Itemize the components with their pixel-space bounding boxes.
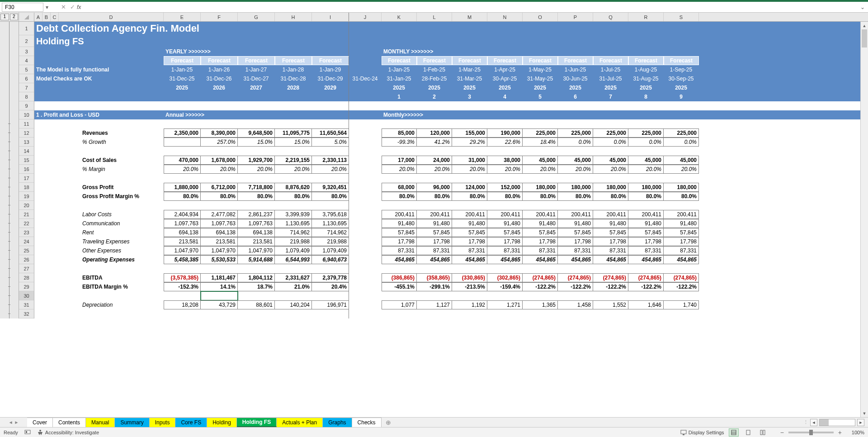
column-header-R[interactable]: R xyxy=(628,13,664,21)
column-header-P[interactable]: P xyxy=(558,13,593,21)
row-header-7[interactable]: 7 xyxy=(19,83,34,92)
row-header-4[interactable]: 4 xyxy=(19,56,34,65)
row-header-20[interactable]: 20 xyxy=(19,201,34,210)
row-header-26[interactable]: 26 xyxy=(19,255,34,264)
new-sheet-button[interactable]: ⊕ xyxy=(382,418,395,427)
sheet-tab-graphs[interactable]: Graphs xyxy=(323,418,352,427)
row-header-17[interactable]: 17 xyxy=(19,174,34,183)
formula-bar-expand-icon[interactable]: ⌄ xyxy=(859,4,866,10)
row-header-19[interactable]: 19 xyxy=(19,192,34,201)
row-header-13[interactable]: 13 xyxy=(19,138,34,147)
vertical-scrollbar[interactable]: ▲ ▼ xyxy=(860,22,868,417)
fx-icon[interactable]: fx xyxy=(77,4,87,10)
column-header-K[interactable]: K xyxy=(382,13,417,21)
zoom-in-button[interactable]: + xyxy=(838,429,842,436)
column-header-G[interactable]: G xyxy=(238,13,275,21)
row-header-30[interactable]: 30 xyxy=(19,291,34,300)
zoom-slider-thumb[interactable] xyxy=(809,430,813,435)
column-header-C[interactable]: C xyxy=(51,13,59,21)
row-header-18[interactable]: 18 xyxy=(19,183,34,192)
row-header-12[interactable]: 12 xyxy=(19,128,34,138)
zoom-out-button[interactable]: − xyxy=(780,429,784,436)
zoom-level[interactable]: 100% xyxy=(846,430,864,435)
column-header-F[interactable]: F xyxy=(201,13,238,21)
column-header-O[interactable]: O xyxy=(523,13,558,21)
sheet-tab-summary[interactable]: Summary xyxy=(115,418,149,427)
sheet-tab-core-fs[interactable]: Core FS xyxy=(175,418,207,427)
view-page-break-icon[interactable] xyxy=(758,428,768,437)
column-header-H[interactable]: H xyxy=(275,13,312,21)
hscroll-right-icon[interactable]: ► xyxy=(857,419,864,426)
sheet-tab-manual[interactable]: Manual xyxy=(86,418,115,427)
cells-area[interactable]: Debt Collection Agency Fin. ModelHolding… xyxy=(34,22,868,318)
sheet-tab-inputs[interactable]: Inputs xyxy=(150,418,176,427)
row-header-1[interactable]: 1 xyxy=(19,22,34,35)
row-header-5[interactable]: 5 xyxy=(19,65,34,74)
row-header-14[interactable]: 14 xyxy=(19,147,34,156)
row-header-21[interactable]: 21 xyxy=(19,210,34,219)
row-header-2[interactable]: 2 xyxy=(19,35,34,47)
select-all-corner[interactable] xyxy=(19,13,34,21)
yearly-year: 2028 xyxy=(275,83,312,92)
outline-level-1[interactable]: 1 xyxy=(0,14,9,20)
vertical-scroll-thumb[interactable] xyxy=(862,29,867,48)
outline-level-2[interactable]: 2 xyxy=(10,14,19,20)
row-header-11[interactable]: 11 xyxy=(19,119,34,128)
accessibility-status[interactable]: Accessibility: Investigate xyxy=(37,429,99,436)
scroll-down-icon[interactable]: ▼ xyxy=(861,409,868,417)
row-header-24[interactable]: 24 xyxy=(19,237,34,246)
data-cell: 87,331 xyxy=(417,246,452,255)
data-cell: 57,845 xyxy=(628,228,664,237)
row-header-16[interactable]: 16 xyxy=(19,165,34,174)
hscroll-track[interactable] xyxy=(819,419,855,426)
selected-cell[interactable] xyxy=(201,291,238,300)
name-box[interactable]: F30 xyxy=(2,3,43,12)
row-header-22[interactable]: 22 xyxy=(19,219,34,228)
column-header-L[interactable]: L xyxy=(417,13,452,21)
column-header-E[interactable]: E xyxy=(164,13,201,21)
cancel-formula-icon[interactable]: ✕ xyxy=(59,4,68,10)
sheet-tab-holding[interactable]: Holding xyxy=(207,418,237,427)
column-header-M[interactable]: M xyxy=(452,13,487,21)
tab-split-icon[interactable]: ⋮ xyxy=(803,419,808,425)
column-header-J[interactable]: J xyxy=(349,13,382,21)
sheet-tab-cover[interactable]: Cover xyxy=(27,418,53,427)
column-header-N[interactable]: N xyxy=(487,13,523,21)
macro-record-icon[interactable] xyxy=(24,429,31,436)
sheet-tab-holding-fs[interactable]: Holding FS xyxy=(237,418,277,427)
row-header-32[interactable]: 32 xyxy=(19,309,34,318)
column-header-I[interactable]: I xyxy=(312,13,349,21)
row-header-23[interactable]: 23 xyxy=(19,228,34,237)
view-page-layout-icon[interactable] xyxy=(743,428,753,437)
row-header-31[interactable]: 31 xyxy=(19,300,34,309)
sheet-tab-contents[interactable]: Contents xyxy=(53,418,86,427)
accept-formula-icon[interactable]: ✓ xyxy=(68,4,77,10)
row-header-15[interactable]: 15 xyxy=(19,156,34,165)
hscroll-left-icon[interactable]: ◄ xyxy=(810,419,817,426)
tab-nav-buttons[interactable]: ◄ ► xyxy=(0,418,27,427)
column-header-Q[interactable]: Q xyxy=(593,13,628,21)
row-header-8[interactable]: 8 xyxy=(19,92,34,101)
view-normal-icon[interactable] xyxy=(729,428,739,437)
column-header-B[interactable]: B xyxy=(42,13,51,21)
scroll-up-icon[interactable]: ▲ xyxy=(861,22,868,29)
row-header-29[interactable]: 29 xyxy=(19,282,34,291)
row-header-9[interactable]: 9 xyxy=(19,101,34,110)
row-header-27[interactable]: 27 xyxy=(19,264,34,273)
row-header-10[interactable]: 10 xyxy=(19,110,34,119)
column-header-D[interactable]: D xyxy=(59,13,164,21)
row-header-25[interactable]: 25 xyxy=(19,246,34,255)
sheet-tab-checks[interactable]: Checks xyxy=(352,418,382,427)
data-cell: 87,331 xyxy=(593,246,628,255)
name-box-dropdown[interactable]: ▾ xyxy=(43,4,51,10)
hscroll-thumb[interactable] xyxy=(820,419,829,426)
column-header-S[interactable]: S xyxy=(664,13,699,21)
column-header-A[interactable]: A xyxy=(34,13,42,21)
zoom-slider[interactable] xyxy=(788,432,834,433)
sheet-tab-actuals-+-plan[interactable]: Actuals + Plan xyxy=(277,418,323,427)
display-settings-button[interactable]: Display Settings xyxy=(680,429,724,436)
formula-input[interactable] xyxy=(87,3,859,12)
row-header-28[interactable]: 28 xyxy=(19,273,34,282)
row-header-6[interactable]: 6 xyxy=(19,74,34,83)
row-header-3[interactable]: 3 xyxy=(19,47,34,56)
